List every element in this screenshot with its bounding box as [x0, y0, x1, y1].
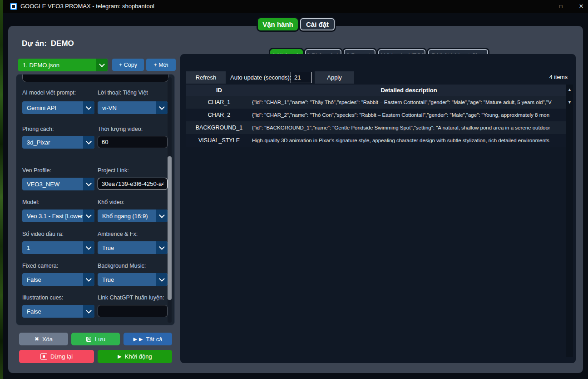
title-bar: GOOGLE VEO3 PROMAX - telegram: shopbanto… — [3, 0, 588, 13]
field-label: AI model viết prompt: — [22, 90, 76, 96]
chevron-down-icon — [156, 209, 168, 222]
row-description: {"id": "CHAR_1","name": "Thầy Thỏ","spec… — [252, 100, 566, 105]
chevron-down-icon — [83, 241, 94, 254]
project-header: Dự án: DEMO — [22, 39, 74, 49]
chevron-down-icon — [156, 101, 168, 114]
field-label: Veo Profile: — [22, 167, 51, 174]
play-icon: ▶ — [133, 337, 137, 342]
delete-button[interactable]: ✖ Xóa — [19, 333, 68, 345]
background-music-select[interactable]: True — [98, 273, 168, 286]
x-icon: ✖ — [35, 336, 39, 342]
stop-icon — [40, 353, 47, 360]
row-description: {"id": "BACKGROUND_1","name": "Gentle Po… — [252, 125, 566, 130]
chevron-down-icon — [83, 136, 94, 149]
field-label: Fixed camera: — [22, 263, 58, 269]
save-button[interactable]: Lưu — [71, 333, 120, 345]
start-button[interactable]: ▶ Khởi động — [98, 350, 172, 363]
row-description: High-quality 3D animation in Pixar's sig… — [252, 138, 566, 143]
column-header-id: ID — [186, 87, 252, 94]
veo-profile-select[interactable]: VEO3_NEW — [22, 178, 94, 190]
field-label: Model: — [22, 199, 40, 205]
stop-button[interactable]: Dừng lại — [19, 350, 94, 363]
table-panel: Refresh Auto update (seconds): Apply 4 i… — [180, 54, 576, 363]
chevron-down-icon — [83, 101, 94, 114]
field-label: Phong cách: — [22, 126, 54, 132]
chevron-down-icon — [83, 305, 94, 318]
project-file-select[interactable]: 1. DEMO.json — [18, 59, 108, 71]
close-button[interactable]: × — [572, 0, 588, 13]
table-row[interactable]: CHAR_2 {"id": "CHAR_2","name": "Thỏ Con"… — [186, 109, 566, 121]
table-row[interactable]: CHAR_1 {"id": "CHAR_1","name": "Thầy Thỏ… — [186, 96, 566, 109]
scroll-up-icon[interactable]: ▲ — [566, 86, 573, 93]
chevron-down-icon — [83, 273, 94, 286]
model-select[interactable]: Veo 3.1 - Fast [Lower — [22, 209, 94, 222]
duration-input[interactable] — [98, 136, 168, 148]
project-name: DEMO — [51, 39, 74, 48]
chevron-down-icon — [156, 241, 168, 254]
app-icon — [10, 3, 17, 10]
row-id: VISUAL_STYLE — [186, 137, 252, 144]
ai-model-select[interactable]: Gemini API — [22, 101, 94, 114]
chevron-down-icon — [83, 209, 94, 222]
field-label: Lời thoại: Tiếng Việt — [98, 90, 148, 96]
chevron-down-icon — [83, 178, 94, 190]
row-id: BACKGROUND_1 — [186, 125, 252, 131]
field-label: Thời lượng video: — [98, 126, 143, 132]
column-header-description: Detailed description — [252, 87, 566, 94]
chatgpt-link-input[interactable] — [98, 305, 168, 317]
items-count: 4 items — [549, 71, 568, 84]
auto-update-input[interactable] — [291, 72, 312, 83]
field-label: Link ChatGPT huấn luyện: — [98, 294, 164, 301]
row-id: CHAR_1 — [186, 99, 252, 105]
field-label: Background Music: — [98, 263, 146, 269]
field-label: Số video đầu ra: — [22, 231, 64, 237]
maximize-button[interactable]: □ — [552, 0, 570, 13]
field-label: Project Link: — [98, 167, 129, 174]
refresh-button[interactable]: Refresh — [186, 71, 226, 84]
new-button[interactable]: + Mới — [146, 59, 176, 71]
form-scrollbar-thumb[interactable] — [168, 156, 172, 300]
project-label: Dự án: — [22, 39, 47, 48]
field-label: Ambience & Fx: — [98, 231, 138, 237]
row-id: CHAR_2 — [186, 112, 252, 118]
form-panel: AI model viết prompt: Lời thoại: Tiếng V… — [16, 74, 175, 325]
play-icon: ▶ — [118, 354, 121, 359]
minimize-button[interactable]: – — [531, 0, 549, 13]
chevron-down-icon — [96, 59, 108, 71]
cutoff-text-input[interactable] — [22, 74, 168, 82]
row-description: {"id": "CHAR_2","name": "Thỏ Con","speci… — [252, 112, 566, 118]
play-icon: ▶ — [139, 337, 143, 342]
table-row[interactable]: BACKGROUND_1 {"id": "BACKGROUND_1","name… — [186, 121, 566, 134]
project-file-value: 1. DEMO.json — [18, 59, 96, 71]
tab-cai-dat[interactable]: Cài đặt — [300, 18, 335, 30]
output-count-select[interactable]: 1 — [22, 241, 94, 254]
style-select[interactable]: 3d_Pixar — [22, 136, 94, 149]
fixed-camera-select[interactable]: False — [22, 273, 94, 286]
table-scrollbar[interactable]: ▲ ▼ — [566, 85, 573, 357]
project-link-input[interactable] — [98, 178, 168, 190]
auto-update-label: Auto update (seconds): — [230, 71, 291, 84]
aspect-ratio-select[interactable]: Khổ ngang (16:9) — [98, 209, 168, 222]
save-icon — [86, 336, 92, 342]
run-all-button[interactable]: ▶ ▶ Tất cả — [124, 333, 172, 345]
apply-button[interactable]: Apply — [315, 71, 354, 84]
copy-button[interactable]: + Copy — [112, 59, 144, 71]
dialogue-language-select[interactable]: vi-VN — [98, 101, 168, 114]
desktop-wallpaper-sliver — [0, 0, 3, 379]
ambience-fx-select[interactable]: True — [98, 241, 168, 254]
field-label: Illustration cues: — [22, 294, 63, 301]
chevron-down-icon — [156, 273, 168, 286]
window-title: GOOGLE VEO3 PROMAX - telegram: shopbanto… — [20, 0, 154, 13]
tab-van-hanh[interactable]: Vận hành — [258, 18, 298, 30]
table-row[interactable]: VISUAL_STYLE High-quality 3D animation i… — [186, 134, 566, 147]
table-header: ID Detailed description — [186, 85, 566, 96]
scroll-down-icon[interactable]: ▼ — [566, 99, 573, 105]
field-label: Khổ video: — [98, 199, 124, 205]
illustration-cues-select[interactable]: False — [22, 305, 94, 318]
